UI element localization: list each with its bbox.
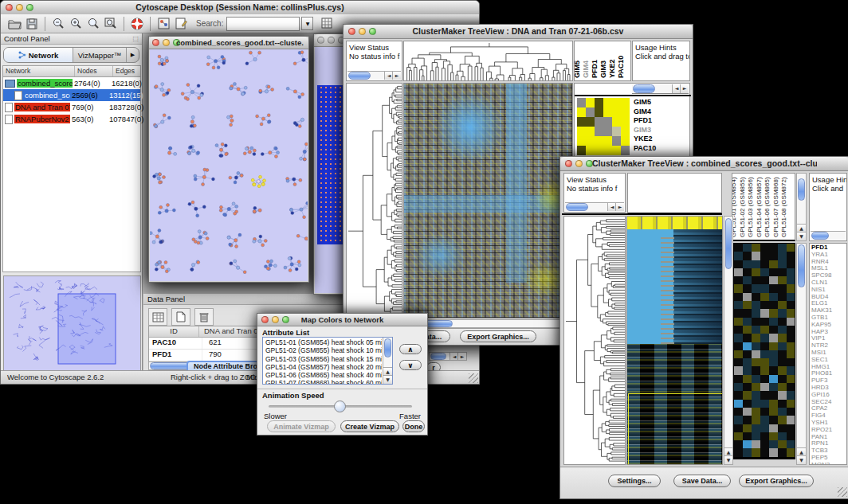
scroll-down-arrow[interactable]: ▼ (797, 232, 806, 240)
tv2-column-dendrogram[interactable] (627, 173, 722, 214)
delete-attribute-icon[interactable] (194, 308, 214, 326)
gene-label[interactable]: MON2 (811, 462, 846, 465)
close-button[interactable] (317, 37, 324, 44)
heatmap-selection-box[interactable] (628, 393, 723, 465)
treeview1-titlebar[interactable]: ClusterMaker TreeView : DNA and Tran 07-… (344, 25, 693, 39)
attribute-item[interactable]: GPL51-02 (GSM855) heat shock 10 min (264, 346, 382, 354)
minimize-button[interactable] (16, 4, 23, 11)
tv1-column-dendrogram[interactable] (403, 41, 573, 81)
minimize-button[interactable] (328, 37, 335, 44)
scroll-right-arrow[interactable]: ► (392, 72, 401, 80)
zoom-selected-icon[interactable] (84, 16, 102, 32)
scrollbar-thumb[interactable] (348, 72, 371, 80)
tab-overflow-arrow[interactable]: ▶ (126, 48, 139, 62)
close-button[interactable] (565, 160, 572, 167)
network1-canvas[interactable] (150, 49, 308, 281)
move-up-button[interactable]: ∧ (399, 344, 422, 354)
scroll-down-arrow[interactable]: ▼ (383, 375, 392, 384)
search-input[interactable] (226, 17, 300, 31)
attr-col-id[interactable]: ID (149, 326, 199, 337)
attribute-listbox[interactable]: GPL51-01 (GSM854) heat shock 05 minGPL51… (262, 337, 393, 385)
gene-label[interactable]: PAC10 (634, 144, 656, 154)
scrollbar-thumb[interactable] (384, 338, 391, 357)
network-table-row[interactable]: combined_scores2764(0)16218(0) (3, 77, 140, 89)
tv2-gene-vscrollbar[interactable]: ▲ ▼ (796, 243, 807, 465)
tv2-usage-scrollbar[interactable] (811, 231, 846, 240)
attribute-item[interactable]: GPL51-01 (GSM854) heat shock 05 min (264, 338, 382, 346)
network-table-row[interactable]: DNA and Tran 07769(0)183728(0) (3, 101, 140, 113)
treeview2-titlebar[interactable]: ClusterMaker TreeView : combined_scores_… (560, 157, 848, 171)
resize-grip[interactable] (469, 373, 478, 383)
scroll-down-arrow[interactable]: ▼ (724, 455, 732, 464)
tv1-heatmap-hscrollbar[interactable] (403, 319, 573, 328)
tv2-column-labels[interactable]: GPL51-01 (GSM854)GPL51-02 (GSM855)GPL51-… (732, 173, 795, 241)
tv1-mini-heatmap[interactable] (577, 98, 630, 155)
animation-speed-slider-thumb[interactable] (334, 400, 346, 412)
attribute-item[interactable]: GPL51-04 (GSM857) heat shock 20 min (264, 363, 382, 371)
tv2-row-dendrogram[interactable] (563, 216, 626, 465)
network-overview[interactable] (3, 275, 141, 371)
gene-label[interactable]: GIM5 (634, 98, 656, 107)
col-edges[interactable]: Edges (113, 66, 140, 76)
zoom-out-icon[interactable] (49, 16, 67, 32)
network1-titlebar[interactable]: combined_scores_good.txt--cluste... (149, 37, 308, 49)
minimize-button[interactable] (163, 39, 170, 46)
help-lifering-icon[interactable] (128, 16, 146, 32)
minimize-button[interactable] (359, 28, 366, 35)
save-data-button[interactable]: Save Data... (673, 475, 731, 487)
annotation-icon[interactable] (172, 16, 190, 32)
attribute-item[interactable]: GPL51-06 (GSM865) heat shock 40 min (264, 371, 382, 379)
attribute-table-icon[interactable] (318, 16, 336, 32)
gene-label[interactable]: GIM4 (634, 107, 656, 117)
attribute-item[interactable]: GPL51-07 (GSM868) heat shock 60 min (264, 379, 382, 385)
close-button[interactable] (6, 4, 13, 11)
search-dropdown-arrow[interactable]: ▼ (301, 17, 313, 30)
export-graphics-button[interactable]: Export Graphics... (460, 330, 536, 342)
network-table-row[interactable]: RNAPuberNov2+563(0)107847(0) (3, 113, 140, 125)
zoom-fit-icon[interactable] (102, 16, 120, 32)
save-session-icon[interactable] (23, 16, 41, 32)
done-button[interactable]: Done (402, 420, 425, 432)
overview-viewport-rect[interactable] (58, 294, 116, 364)
scrollbar-thumb[interactable] (811, 232, 829, 240)
float-panel-icon[interactable]: ⬚ (132, 33, 139, 44)
minimize-button[interactable] (575, 160, 583, 167)
minimize-button[interactable] (272, 316, 279, 323)
scrollbar-thumb[interactable] (430, 353, 446, 360)
zoom-button[interactable] (282, 316, 289, 323)
tv2-status-scrollbar[interactable]: ◄ ► (565, 202, 624, 211)
move-down-button[interactable]: ∨ (399, 360, 422, 370)
export-graphics-button[interactable]: Export Graphics... (739, 475, 814, 487)
tv2-gene-list[interactable]: PFD1YRA1RNR4MSL1SPC98CLN1NIS1BUD4ELG1MAK… (809, 243, 847, 465)
new-attribute-icon[interactable] (171, 308, 190, 326)
tv2-heatmap-vscrollbar[interactable]: ▲ ▼ (724, 216, 733, 465)
create-vizmap-button[interactable]: Create Vizmap (340, 420, 399, 432)
tab-network[interactable]: Network (4, 48, 73, 62)
tv1-heatmap[interactable] (403, 83, 573, 318)
scrollbar-thumb[interactable] (566, 203, 588, 211)
scrollbar-thumb[interactable] (798, 244, 805, 287)
tv2-zoom-heatmap[interactable] (733, 243, 795, 459)
tv2-collabel-vscrollbar[interactable]: ▲ ▼ (796, 173, 807, 241)
tv1-row-dendrogram[interactable] (346, 83, 402, 318)
scroll-down-arrow[interactable]: ▼ (797, 455, 806, 464)
tv1-gene-list[interactable]: GIM5GIM4PFD1GIM3YKE2PAC10 (634, 98, 656, 153)
dialog-titlebar[interactable]: Map Colors to Network (257, 314, 427, 326)
attribute-list-vscrollbar[interactable]: ▲ ▼ (383, 338, 392, 384)
gene-label[interactable]: PFD1 (634, 116, 656, 126)
close-button[interactable] (261, 316, 269, 323)
resize-grip[interactable] (838, 487, 847, 497)
tv1-column-labels[interactable]: GIM5GIM4PFD1GIM3YKE2PAC10 (574, 41, 631, 81)
tv1-gene-scrollbar[interactable]: ◄ ► (632, 84, 689, 94)
col-network[interactable]: Network (3, 66, 75, 76)
scrollbar-thumb[interactable] (725, 218, 732, 269)
main-titlebar[interactable]: Cytoscape Desktop (Session Name: collins… (1, 1, 479, 15)
animate-vizmap-button[interactable]: Animate Vizmap (267, 420, 336, 432)
network-editor-icon[interactable] (155, 16, 172, 32)
gene-label[interactable]: GIM3 (634, 126, 656, 135)
close-button[interactable] (152, 39, 159, 46)
scrollbar-thumb[interactable] (798, 178, 805, 201)
scroll-right-arrow[interactable]: ► (680, 84, 689, 93)
scroll-right-arrow[interactable]: ► (615, 203, 624, 211)
settings-button[interactable]: Settings... (608, 475, 661, 487)
